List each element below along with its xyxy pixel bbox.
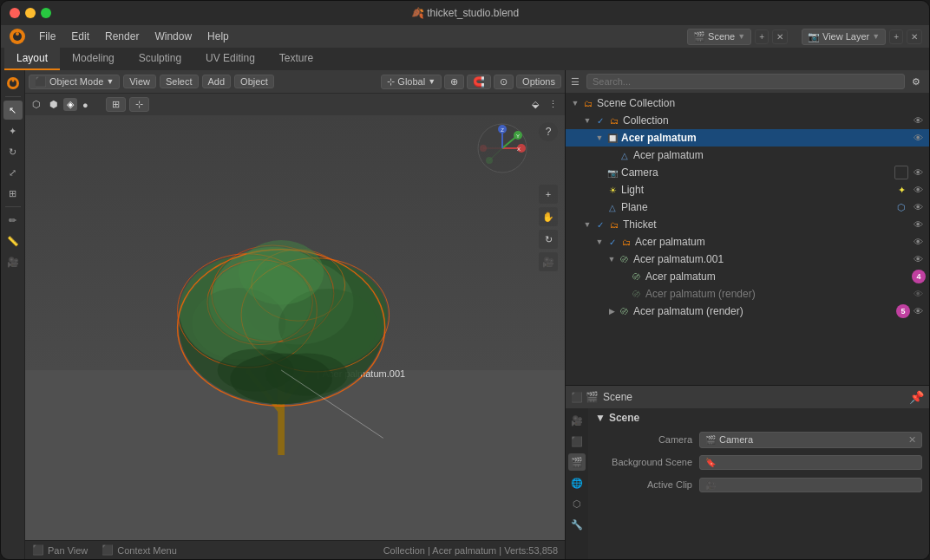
tool-camera[interactable]: 🎥 — [3, 252, 23, 271]
shading-rendered[interactable]: ● — [79, 99, 92, 111]
tree-item-acer-leaf[interactable]: ▶ 〄 Acer palmatum 4 — [566, 268, 929, 285]
tool-scale[interactable]: ⤢ — [3, 163, 23, 182]
shading-material[interactable]: ◈ — [63, 98, 77, 111]
scene-remove-button[interactable]: ✕ — [772, 29, 788, 44]
prop-icon-world[interactable]: 🌐 — [568, 474, 586, 492]
tool-measure[interactable]: 📏 — [3, 231, 23, 251]
pivot-point[interactable]: ⊕ — [444, 75, 464, 89]
tree-item-collection[interactable]: ▼ ✓ 🗂 Collection 👁 — [566, 112, 929, 129]
mode-selector[interactable]: ⬛ Object Mode ▼ — [29, 75, 120, 89]
nav-gizmo[interactable]: X Y Z — [476, 122, 528, 174]
tool-rotate[interactable]: ↻ — [3, 142, 23, 161]
maximize-button[interactable] — [41, 8, 51, 18]
minimize-button[interactable] — [25, 8, 36, 18]
outliner-filter[interactable]: ⚙ — [908, 75, 924, 88]
eye-camera[interactable]: 👁 — [910, 165, 926, 180]
show-overlays[interactable]: ⊞ — [106, 97, 126, 112]
prop-icon-modifier[interactable]: 🔧 — [568, 516, 586, 533]
camera-view-button[interactable]: 🎥 — [539, 252, 558, 271]
menu-file[interactable]: File — [32, 29, 62, 44]
view-layer-selector[interactable]: 📷 View Layer ▼ — [802, 29, 886, 45]
eye-plane[interactable]: 👁 — [910, 199, 926, 215]
eye-acer-render-2[interactable]: 👁 — [910, 303, 926, 319]
camera-clear-button[interactable]: ✕ — [908, 434, 916, 446]
tree-item-acer-main[interactable]: ▼ 🔲 Acer palmatum 👁 — [566, 129, 929, 147]
eye-acer-001[interactable]: 👁 — [910, 251, 926, 267]
prop-value-clip[interactable]: 🎥 — [699, 478, 922, 492]
eye-light[interactable]: 👁 — [910, 182, 926, 198]
tree-item-camera[interactable]: ▶ 📷 Camera 👁 — [566, 164, 929, 181]
workspace-tabs: Layout Modeling Sculpting UV Editing Tex… — [1, 48, 929, 70]
context-menu-hint: ⬛ Context Menu — [102, 544, 176, 556]
tree-item-acer-t[interactable]: ▼ ✓ 🗂 Acer palmatum 👁 — [566, 233, 929, 251]
prop-icon-object[interactable]: ⬡ — [568, 495, 586, 512]
shading-wireframe[interactable]: ⬡ — [29, 98, 44, 111]
tab-sculpting[interactable]: Sculpting — [127, 48, 193, 70]
check-collection[interactable]: ✓ — [594, 114, 606, 127]
menu-window[interactable]: Window — [147, 29, 199, 44]
show-gizmos[interactable]: ⊹ — [129, 97, 149, 112]
options-menu[interactable]: Options — [516, 75, 561, 88]
shading-solid[interactable]: ⬢ — [46, 98, 62, 111]
outliner-search[interactable] — [586, 74, 905, 89]
check-acer-t[interactable]: ✓ — [606, 236, 619, 248]
close-button[interactable] — [10, 8, 20, 18]
zoom-in-button[interactable]: + — [539, 185, 558, 204]
tool-transform[interactable]: ⊞ — [3, 184, 23, 203]
eye-acer-main[interactable]: 👁 — [910, 130, 926, 146]
select-menu[interactable]: Select — [160, 75, 199, 88]
pan-button[interactable]: ✋ — [539, 207, 558, 226]
prop-icon-output[interactable]: ⬛ — [568, 433, 586, 450]
svg-point-28 — [239, 240, 324, 304]
tab-layout[interactable]: Layout — [4, 48, 60, 70]
tree-item-acer-render-2[interactable]: ▶ 〄 Acer palmatum (render) 5 👁 — [566, 303, 929, 320]
tree-item-light[interactable]: ▶ ☀ Light ✦ 👁 — [566, 181, 929, 199]
label-acer-t: Acer palmatum — [633, 236, 910, 248]
prop-value-camera[interactable]: 🎬 Camera ✕ — [699, 432, 922, 448]
view-layer-add[interactable]: + — [889, 29, 903, 44]
tree-item-scene-collection[interactable]: ▼ 🗂 Scene Collection — [566, 94, 929, 112]
prop-icon-render[interactable]: 🎥 — [568, 412, 586, 429]
label-acer-render-2: Acer palmatum (render) — [632, 305, 896, 317]
menu-help[interactable]: Help — [200, 29, 236, 44]
eye-acer-render-1[interactable]: 👁 — [910, 286, 926, 302]
tree-item-acer-render-1[interactable]: ▶ 〄 Acer palmatum (render) 👁 — [566, 285, 929, 303]
viewport[interactable]: Camera Perspective (1) Collection | Acer… — [25, 115, 565, 540]
check-thicket[interactable]: ✓ — [594, 218, 606, 231]
blender-icon-btn[interactable] — [3, 74, 23, 93]
tree-item-acer-001[interactable]: ▼ 〄 Acer palmatum.001 👁 — [566, 251, 929, 268]
object-menu[interactable]: Object — [234, 75, 274, 88]
tab-texture[interactable]: Texture — [267, 48, 325, 70]
tool-select[interactable]: ↖ — [3, 101, 23, 120]
tab-modeling[interactable]: Modeling — [60, 48, 127, 70]
snap-toggle[interactable]: 🧲 — [467, 75, 491, 89]
proportional-edit[interactable]: ⊙ — [494, 75, 514, 89]
tool-annotate[interactable]: ✏ — [3, 211, 23, 230]
orbit-button[interactable]: ↻ — [539, 230, 558, 249]
viewport-bottom: ⬛ Pan View ⬛ Context Menu Collection | A… — [25, 540, 565, 559]
xray-toggle[interactable]: ⬙ — [528, 98, 542, 111]
view-menu[interactable]: View — [123, 75, 156, 88]
menu-render[interactable]: Render — [98, 29, 146, 44]
more-options[interactable]: ⋮ — [545, 98, 561, 111]
add-menu[interactable]: Add — [202, 75, 232, 88]
tree-item-acer-sub[interactable]: ▶ △ Acer palmatum — [566, 147, 929, 164]
tool-move[interactable]: ✦ — [3, 121, 23, 140]
tab-uv-editing[interactable]: UV Editing — [193, 48, 267, 70]
pin-button[interactable]: 📌 — [909, 390, 924, 404]
eye-acer-t[interactable]: 👁 — [910, 234, 926, 250]
scene-selector[interactable]: 🎬 Scene ▼ — [687, 29, 751, 45]
tree-item-plane[interactable]: ▶ △ Plane ⬡ 👁 — [566, 199, 929, 216]
prop-value-bg-scene[interactable]: 🔖 — [699, 455, 922, 470]
transform-orientation[interactable]: ⊹ Global ▼ — [381, 75, 442, 89]
help-overlay[interactable]: ? — [539, 122, 558, 141]
prop-icon-scene[interactable]: 🎬 — [568, 453, 586, 471]
scene-add-button[interactable]: + — [755, 29, 769, 44]
eye-collection[interactable]: 👁 — [910, 113, 926, 128]
eye-thicket[interactable]: 👁 — [910, 217, 926, 232]
tree-item-thicket[interactable]: ▼ ✓ 🗂 Thicket 👁 — [566, 216, 929, 233]
menu-edit[interactable]: Edit — [64, 29, 96, 44]
props-dropdown-icon: ⬛ — [571, 392, 583, 403]
svg-point-5 — [11, 80, 14, 82]
view-layer-remove[interactable]: ✕ — [907, 29, 922, 44]
